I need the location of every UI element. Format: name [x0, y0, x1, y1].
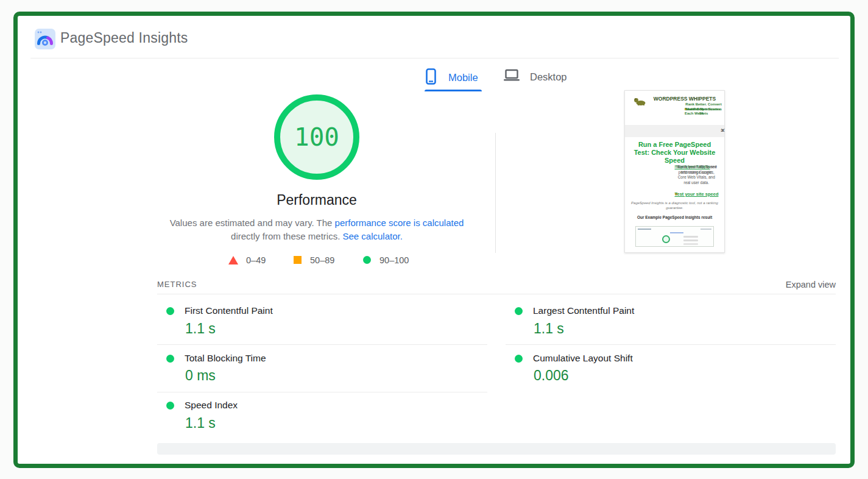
performance-description: Values are estimated and may vary. The p…	[164, 216, 469, 243]
expand-view-button[interactable]: Expand view	[757, 280, 836, 289]
metric-value: 0.006	[534, 367, 569, 384]
tab-mobile[interactable]: Mobile	[426, 68, 478, 87]
collapsed-section-bar[interactable]	[157, 443, 836, 455]
score-calculation-link[interactable]: performance score is calculated	[335, 218, 464, 228]
metric-pass-dot-icon	[166, 355, 174, 363]
metric-row-divider	[506, 344, 836, 345]
metric-pass-dot-icon	[166, 402, 174, 410]
metric-row-divider	[157, 344, 487, 345]
preview-cta-link: Test your site speed	[675, 191, 719, 197]
mini-result-screenshot	[635, 226, 714, 247]
metric-pass-dot-icon	[515, 355, 523, 363]
tab-desktop[interactable]: Desktop	[503, 68, 567, 85]
metric-pass-dot-icon	[166, 307, 174, 315]
pagespeed-logo-icon	[35, 29, 55, 49]
metric-value: 1.1 s	[185, 415, 216, 431]
desktop-laptop-icon	[503, 68, 520, 85]
column-divider	[495, 133, 496, 253]
legend-average-label: 50–89	[310, 255, 334, 265]
preview-tagline: Rank Better. Convert More. Green Scores.…	[647, 102, 722, 112]
mobile-phone-icon	[426, 68, 436, 87]
metrics-section-label: METRICS	[157, 280, 197, 289]
close-icon: ✕	[721, 127, 727, 133]
performance-category-title: Performance	[225, 192, 408, 208]
metric-row-divider	[157, 392, 487, 392]
header-divider	[30, 58, 839, 59]
page-title: PageSpeed Insights	[60, 30, 188, 46]
metric-value: 0 ms	[185, 367, 216, 384]
metric-name: First Contentful Paint	[185, 305, 273, 316]
legend-pass-label: 90–100	[379, 255, 409, 265]
preview-navbar: ≡ ✕	[625, 125, 724, 137]
preview-disclaimer: PageSpeed Insights is a diagnostic tool,…	[631, 200, 718, 210]
metric-pass-dot-icon	[515, 307, 523, 315]
performance-score-value: 100	[294, 122, 339, 152]
legend-average-square-icon	[294, 256, 302, 264]
preview-heading: Run a Free PageSpeed Test: Check Your We…	[630, 141, 719, 165]
metric-name: Cumulative Layout Shift	[533, 353, 633, 364]
metric-name: Speed Index	[185, 400, 238, 411]
preview-site-name: WORDPRESS WHIPPETS	[647, 96, 722, 102]
tab-mobile-active-indicator	[425, 90, 482, 91]
metric-value: 1.1 s	[185, 321, 216, 337]
legend-fail-triangle-icon	[228, 256, 238, 264]
legend-pass-circle-icon	[363, 256, 371, 264]
final-screenshot-thumbnail[interactable]: WORDPRESS WHIPPETS Rank Better. Convert …	[624, 90, 725, 253]
description-text: Values are estimated and may vary. The	[170, 218, 335, 228]
metric-name: Total Blocking Time	[185, 353, 266, 364]
metric-name: Largest Contentful Paint	[533, 305, 634, 316]
description-text: directly from these metrics.	[231, 231, 342, 241]
metric-value: 1.1 s	[534, 321, 564, 337]
legend-fail-label: 0–49	[246, 255, 266, 265]
preview-result-caption: Our Example PageSpeed Insights result	[629, 215, 721, 219]
metrics-top-divider	[157, 294, 836, 294]
see-calculator-link[interactable]: See calculator.	[342, 231, 402, 241]
performance-score-gauge: 100	[274, 94, 359, 180]
tab-mobile-label: Mobile	[448, 72, 478, 83]
tab-desktop-label: Desktop	[530, 71, 567, 83]
